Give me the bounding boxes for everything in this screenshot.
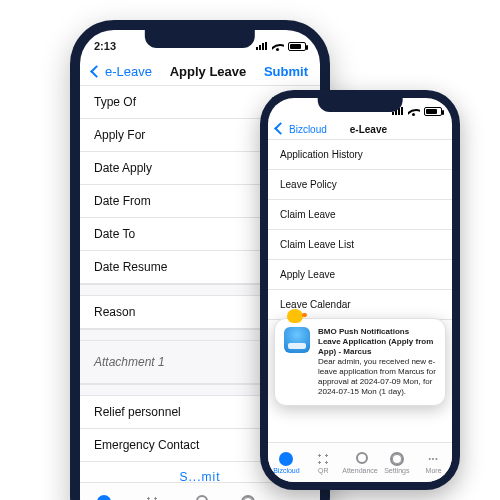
duck-icon [287, 309, 303, 323]
menu-leave-policy[interactable]: Leave Policy [268, 170, 452, 200]
phone-small: Bizcloud e-Leave Application History Lea… [260, 90, 460, 490]
nav-title: e-Leave [350, 124, 387, 135]
row-label: Relief personnel [94, 405, 181, 419]
nav-back-label: e-Leave [105, 64, 152, 79]
menu-claim-leave-list[interactable]: Claim Leave List [268, 230, 452, 260]
push-body: Dear admin, you received new e-leave app… [318, 357, 436, 397]
qr-icon [145, 495, 159, 501]
qr-icon [316, 452, 330, 466]
gear-icon [390, 452, 404, 466]
push-notification[interactable]: BMO Push Notifications Leave Application… [274, 318, 446, 406]
more-icon [426, 451, 441, 466]
row-label: Apply For [94, 128, 145, 142]
row-label: Date Resume [94, 260, 167, 274]
attendance-icon [193, 495, 207, 501]
tab-label: Settings [384, 467, 409, 474]
status-time: 2:13 [94, 40, 116, 52]
nav-bar: e-Leave Apply Leave Submit [80, 60, 320, 86]
battery-icon [424, 107, 442, 116]
nav-title: Apply Leave [170, 64, 247, 79]
tab-label: QR [318, 467, 329, 474]
bizcloud-icon [279, 452, 293, 466]
notch [145, 30, 255, 48]
tab-more[interactable]: More [415, 451, 452, 474]
row-label: Reason [94, 305, 135, 319]
nav-bar: Bizcloud e-Leave [268, 122, 452, 140]
tab-label: Bizcloud [273, 467, 299, 474]
nav-submit-button[interactable]: Submit [264, 64, 308, 79]
tab-attendance[interactable]: Attendance [176, 493, 224, 501]
menu-claim-leave[interactable]: Claim Leave [268, 200, 452, 230]
chevron-left-icon [276, 124, 287, 135]
wifi-icon [272, 41, 284, 51]
chevron-left-icon [92, 64, 103, 79]
screen-small: Bizcloud e-Leave Application History Lea… [268, 98, 452, 482]
nav-back-button[interactable]: e-Leave [92, 64, 152, 79]
row-label: Emergency Contact [94, 438, 199, 452]
push-subtitle: Leave Application (Apply from App) - Mar… [318, 337, 436, 357]
push-title: BMO Push Notifications [318, 327, 436, 337]
tab-bar: Bizcloud QR Attendance Settings More [268, 442, 452, 482]
menu-application-history[interactable]: Application History [268, 140, 452, 170]
push-app-icon [284, 327, 310, 353]
tab-qr[interactable]: QR [128, 493, 176, 501]
attachment-label: Attachment 1 [94, 355, 165, 369]
tab-label: Attendance [342, 467, 377, 474]
tab-more[interactable]: More [272, 493, 320, 501]
status-time [278, 106, 280, 116]
bizcloud-icon [97, 495, 111, 501]
battery-icon [288, 42, 306, 51]
tab-qr[interactable]: QR [305, 451, 342, 474]
tab-label: More [426, 467, 442, 474]
row-label: Date From [94, 194, 151, 208]
tab-settings[interactable]: Settings [378, 451, 415, 474]
row-label: Type Of [94, 95, 136, 109]
menu-apply-leave[interactable]: Apply Leave [268, 260, 452, 290]
wifi-icon [408, 106, 420, 116]
nav-back-button[interactable]: Bizcloud [276, 124, 327, 135]
tab-attendance[interactable]: Attendance [342, 451, 379, 474]
tab-bizcloud[interactable]: Bizcloud [268, 451, 305, 474]
notch [318, 98, 403, 112]
tab-settings[interactable]: Settings [224, 493, 272, 501]
row-label: Date To [94, 227, 135, 241]
attendance-icon [353, 452, 367, 466]
gear-icon [241, 495, 255, 501]
more-icon [287, 493, 305, 501]
row-label: Date Apply [94, 161, 152, 175]
tab-bizcloud[interactable]: Bizcloud [80, 493, 128, 501]
nav-back-label: Bizcloud [289, 124, 327, 135]
signal-icon [256, 42, 268, 50]
